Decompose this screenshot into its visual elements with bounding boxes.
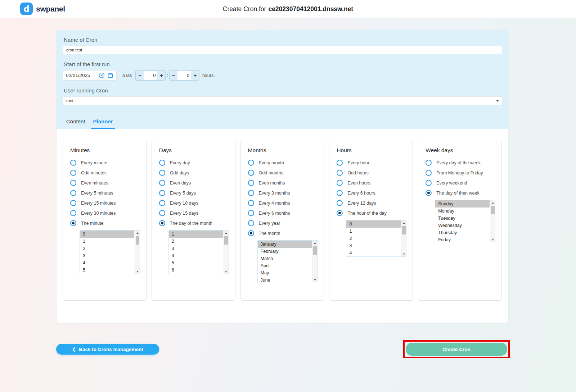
list-item[interactable]: Friday — [435, 236, 490, 242]
scrollbar[interactable] — [224, 231, 229, 274]
radio-option[interactable]: Every minute — [70, 160, 139, 166]
radio-option[interactable]: Every 15 days — [159, 210, 228, 216]
scrollbar-thumb[interactable] — [491, 206, 495, 214]
user-select[interactable]: root — [63, 96, 503, 105]
scrollbar-thumb[interactable] — [224, 236, 228, 245]
radio-option[interactable]: Every hour — [337, 160, 405, 166]
list-item[interactable]: March — [258, 255, 312, 262]
back-to-crons-button[interactable]: ❮ Back to Crons management — [56, 344, 159, 355]
scroll-down-icon[interactable] — [224, 269, 229, 274]
radio-option[interactable]: Odd hours — [337, 170, 405, 176]
radio-option[interactable]: Every 6 hours — [337, 190, 405, 196]
day-listbox[interactable]: 1 2 3 4 5 6 — [168, 230, 229, 274]
radio-option[interactable]: Odd minutes — [70, 170, 139, 176]
tab-content[interactable]: Content — [64, 118, 87, 129]
scrollbar-track[interactable] — [135, 235, 140, 269]
radio-option[interactable]: Even hours — [337, 180, 405, 186]
scroll-down-icon[interactable] — [401, 252, 406, 256]
month-listbox[interactable]: January February March April May June — [257, 240, 318, 282]
list-item[interactable]: 3 — [169, 245, 223, 252]
scrollbar[interactable] — [135, 231, 140, 274]
list-item[interactable]: April — [258, 262, 312, 269]
radio-option[interactable]: Every year — [248, 220, 317, 226]
minute-value[interactable]: 0 — [177, 71, 191, 80]
radio-option[interactable]: From Monday to Friday — [426, 170, 494, 176]
list-item[interactable]: Sunday — [435, 200, 490, 208]
list-item[interactable]: 6 — [169, 266, 223, 274]
radio-option[interactable]: Every 5 days — [159, 190, 228, 196]
scroll-down-icon[interactable] — [313, 277, 318, 282]
scroll-up-icon[interactable] — [135, 231, 140, 235]
minute-minus-button[interactable]: − — [170, 71, 177, 80]
radio-option[interactable]: Every 30 minutes — [70, 210, 139, 216]
radio-option[interactable]: Every month — [248, 160, 317, 166]
scrollbar[interactable] — [312, 241, 318, 282]
list-item[interactable]: Thursday — [435, 229, 490, 236]
minute-listbox[interactable]: 0 1 2 3 4 5 — [80, 230, 140, 274]
list-item[interactable]: Monday — [435, 208, 490, 215]
radio-option[interactable]: Every 12 days — [337, 200, 405, 206]
radio-option[interactable]: Even months — [248, 180, 317, 186]
radio-option[interactable]: Every day of the week — [426, 160, 494, 166]
list-item[interactable]: 2 — [80, 245, 134, 252]
radio-option[interactable]: Odd months — [248, 170, 317, 176]
scrollbar-track[interactable] — [224, 235, 229, 269]
list-item[interactable]: 1 — [80, 238, 134, 245]
tab-planner[interactable]: Planner — [91, 118, 115, 129]
radio-option[interactable]: Every 6 months — [248, 210, 317, 216]
list-item[interactable]: 2 — [169, 238, 223, 245]
scroll-up-icon[interactable] — [224, 231, 229, 235]
scrollbar-thumb[interactable] — [402, 226, 406, 234]
list-item[interactable]: January — [258, 241, 312, 248]
radio-option[interactable]: Even minutes — [70, 180, 139, 186]
radio-option[interactable]: Even days — [159, 180, 228, 186]
list-item[interactable]: 2 — [346, 235, 401, 242]
hour-value[interactable]: 0 — [144, 71, 157, 80]
scrollbar-track[interactable] — [401, 225, 406, 252]
create-cron-button[interactable]: Create Cron — [406, 343, 507, 356]
list-item[interactable]: February — [258, 248, 312, 255]
brand-logo[interactable]: d swpanel — [20, 3, 65, 15]
hour-plus-button[interactable]: + — [157, 71, 165, 80]
list-item[interactable]: 1 — [169, 231, 223, 238]
cron-name-input[interactable] — [63, 46, 503, 54]
radio-option[interactable]: Every 15 minutes — [70, 200, 139, 206]
radio-option[interactable]: Every weekend — [426, 180, 494, 186]
hour-listbox[interactable]: 0 1 2 3 4 — [346, 220, 406, 257]
scrollbar[interactable] — [401, 220, 406, 256]
list-item[interactable]: 3 — [346, 242, 401, 249]
list-item[interactable]: Tuesday — [435, 215, 490, 222]
list-item[interactable]: 5 — [169, 259, 223, 266]
radio-option[interactable]: The minute — [70, 220, 139, 226]
radio-option[interactable]: The day of the month — [159, 220, 228, 226]
list-item[interactable]: 0 — [346, 220, 401, 228]
radio-option[interactable]: The day of then week — [426, 190, 494, 196]
scroll-down-icon[interactable] — [135, 269, 140, 274]
list-item[interactable]: 4 — [169, 252, 223, 259]
radio-option[interactable]: Every day — [159, 160, 228, 166]
scroll-up-icon[interactable] — [401, 220, 406, 225]
minute-plus-button[interactable]: + — [191, 71, 199, 80]
hour-minus-button[interactable]: − — [136, 71, 144, 80]
list-item[interactable]: June — [258, 277, 312, 282]
scroll-up-icon[interactable] — [490, 200, 495, 205]
scroll-up-icon[interactable] — [313, 241, 318, 245]
calendar-icon[interactable] — [107, 72, 113, 78]
list-item[interactable]: 0 — [80, 231, 134, 238]
date-picker-field[interactable]: 02/01/2025 — [63, 70, 117, 81]
list-item[interactable]: 4 — [80, 259, 134, 266]
list-item[interactable]: 3 — [80, 252, 134, 259]
scrollbar[interactable] — [490, 200, 495, 242]
radio-option[interactable]: Every 3 months — [248, 190, 317, 196]
scroll-down-icon[interactable] — [490, 237, 495, 242]
radio-option[interactable]: Odd days — [159, 170, 228, 176]
list-item[interactable]: 4 — [346, 249, 401, 256]
list-item[interactable]: 5 — [80, 266, 134, 274]
radio-option[interactable]: Every 10 days — [159, 200, 228, 206]
radio-option[interactable]: The month — [248, 230, 317, 236]
scrollbar-thumb[interactable] — [136, 236, 139, 245]
radio-option[interactable]: The hour of the day — [337, 210, 405, 216]
weekday-listbox[interactable]: Sunday Monday Tuesday Wednesday Thursday… — [435, 200, 495, 242]
list-item[interactable]: May — [258, 269, 312, 277]
scrollbar-track[interactable] — [313, 245, 318, 277]
